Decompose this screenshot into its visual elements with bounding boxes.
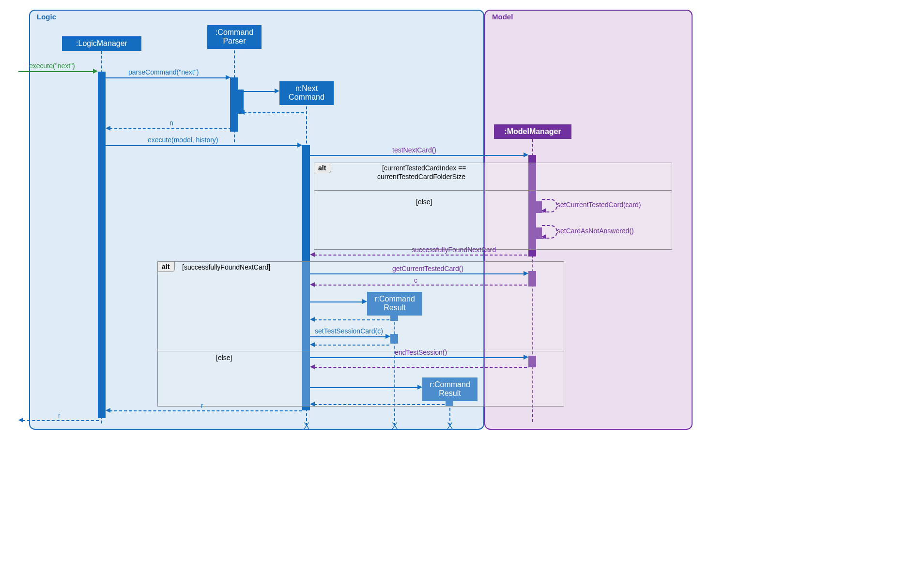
arrow-return-c <box>314 285 527 286</box>
arrow-execute-next <box>18 71 95 72</box>
alt1-guard-2: [else] <box>416 198 432 206</box>
ah-end-test <box>524 355 528 360</box>
arrow-return-r <box>109 410 302 411</box>
msg-set-not-answered: setCardAsNotAnswered() <box>557 227 634 235</box>
ah-create-cr1-ret <box>310 317 315 322</box>
ah-return-c <box>310 282 315 287</box>
ah-create-cr1 <box>362 299 367 304</box>
ah-create-cr2 <box>417 385 422 390</box>
activation-logic-manager <box>98 72 106 418</box>
msg-return-r: r <box>201 402 203 409</box>
ah-set-test-session-ret <box>310 342 315 347</box>
ah-create-next-ret <box>240 110 245 115</box>
ah-self-1 <box>541 208 546 213</box>
msg-end-test: endTestSession() <box>395 348 447 356</box>
arrow-get-current <box>310 273 525 274</box>
alt2-guard-1: [successfullyFoundNextCard] <box>182 263 270 271</box>
arrow-create-next <box>244 91 277 92</box>
alt1-sep <box>314 190 672 191</box>
ah-test-next <box>524 152 528 157</box>
msg-return-c: c <box>414 276 417 284</box>
msg-sfnc: successfullyFoundNextCard <box>412 246 496 254</box>
arrow-create-cr2-ret <box>314 404 445 405</box>
head-logic-manager: :LogicManager <box>62 36 141 51</box>
arrow-return-n <box>109 128 231 129</box>
destroy-cr1: X <box>392 421 398 431</box>
arrow-sfnc <box>314 255 527 256</box>
frame-logic-title: Logic <box>37 13 56 21</box>
msg-execute-next: execute("next") <box>29 62 75 70</box>
ah-get-current <box>524 271 528 276</box>
arrow-create-cr2 <box>310 387 419 388</box>
arrow-create-cr1-ret <box>314 319 389 320</box>
arrow-create-cr1 <box>310 302 364 302</box>
arrowhead-execute-next <box>93 69 98 74</box>
ah-sfnc <box>310 252 315 257</box>
msg-test-next: testNextCard() <box>392 146 436 154</box>
arrow-execute-mh <box>106 145 299 146</box>
arrow-parse-command <box>106 77 228 78</box>
alt2-sep <box>158 351 564 351</box>
ah-return-r <box>106 408 110 413</box>
sequence-diagram: Logic Model :LogicManager :Command Parse… <box>10 10 726 431</box>
head-model-manager: :ModelManager <box>494 124 571 139</box>
msg-set-current: setCurrentTestedCard(card) <box>557 201 641 209</box>
msg-return-r-out: r <box>58 411 61 419</box>
arrow-end-test-ret <box>314 367 527 368</box>
alt-tag-1: alt <box>314 163 331 173</box>
ah-create-next <box>275 89 279 93</box>
msg-execute-mh: execute(model, history) <box>148 136 218 144</box>
ah-parse-command <box>226 75 231 80</box>
ah-set-test-session <box>385 334 390 339</box>
arrow-test-next <box>310 155 525 156</box>
alt1-guard-1a: [currentTestedCardIndex == <box>382 164 466 172</box>
ah-end-test-ret <box>310 364 315 369</box>
destroy-next-command: X <box>304 421 309 431</box>
ah-self-2 <box>541 234 546 239</box>
ah-execute-mh <box>297 143 302 148</box>
alt2-guard-2: [else] <box>216 354 232 362</box>
arrow-return-r-out <box>22 420 99 421</box>
msg-return-n: n <box>169 119 173 127</box>
arrow-set-test-session-ret <box>314 345 389 346</box>
frame-model-title: Model <box>492 13 513 21</box>
ah-return-n <box>106 126 110 131</box>
arrow-set-test-session <box>310 336 387 337</box>
arrow-create-next-ret <box>244 112 304 113</box>
alt1-guard-1b: currentTestedCardFolderSize <box>377 173 465 181</box>
msg-set-test-session: setTestSessionCard(c) <box>315 327 383 335</box>
msg-get-current: getCurrentTestedCard() <box>392 265 463 272</box>
destroy-cr2: X <box>447 421 453 431</box>
ah-create-cr2-ret <box>310 402 315 407</box>
msg-parse-command: parseCommand("next") <box>128 68 199 76</box>
alt-tag-2: alt <box>157 261 175 272</box>
ah-return-r-out <box>18 418 23 422</box>
arrow-end-test <box>310 357 525 358</box>
